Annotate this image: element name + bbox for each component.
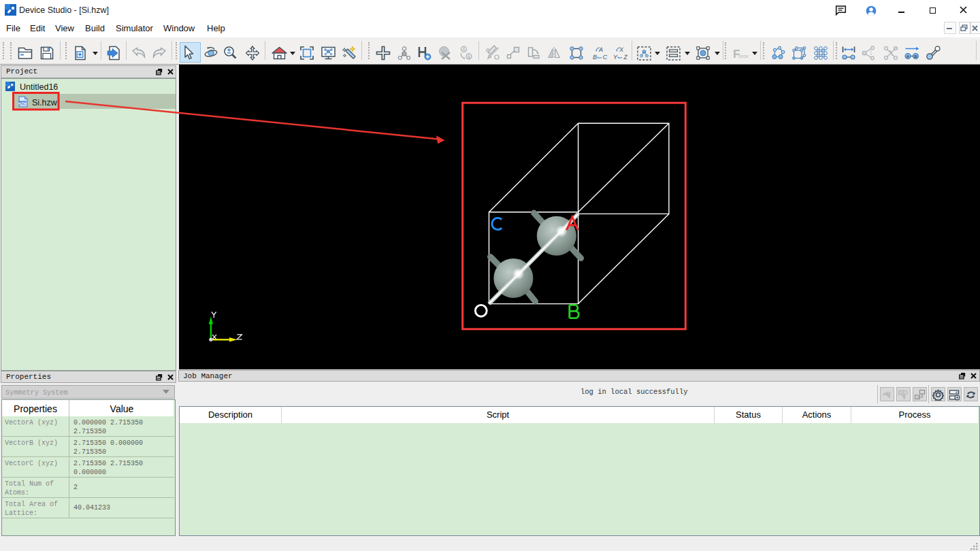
svg-text:orce: orce [738, 53, 749, 59]
svg-text:X: X [618, 46, 623, 53]
svg-text:A: A [906, 54, 910, 59]
svg-text:B: B [468, 55, 470, 60]
svg-text:B: B [593, 54, 597, 61]
svg-text:A: A [598, 46, 603, 53]
svg-text:HZW: HZW [18, 102, 27, 106]
svg-text:A: A [462, 48, 466, 52]
svg-text:C: C [603, 54, 608, 61]
svg-text:Y: Y [612, 54, 617, 61]
svg-text:Z: Z [623, 54, 627, 61]
svg-text:B: B [914, 54, 917, 59]
